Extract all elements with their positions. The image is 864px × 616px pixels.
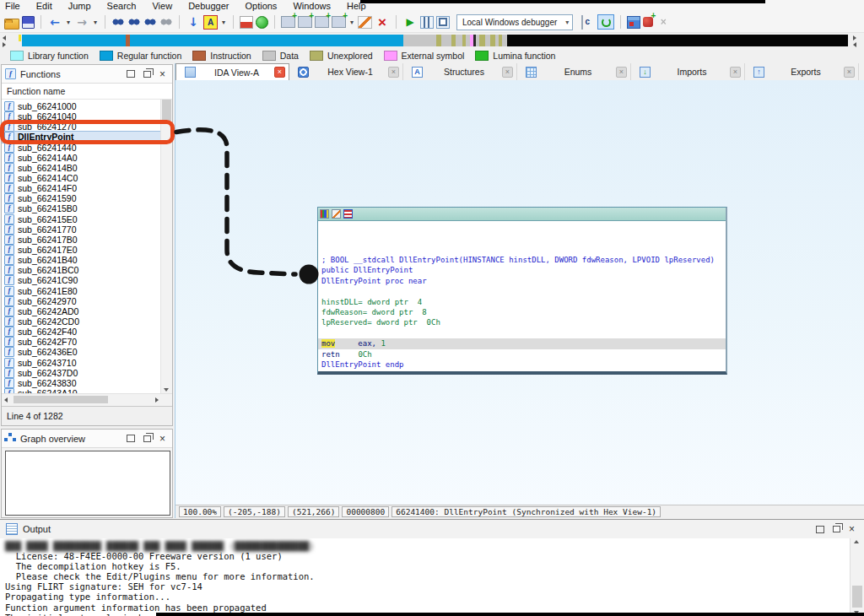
function-row-sub-662415e0[interactable]: fsub_662415E0 — [2, 214, 172, 224]
flag-red-icon[interactable] — [240, 16, 253, 29]
caret-icon[interactable] — [220, 15, 227, 30]
tab-enums[interactable]: Enums× — [517, 63, 631, 80]
tab-close-icon[interactable]: × — [502, 67, 513, 78]
function-row-sub-66241e80[interactable]: fsub_66241E80 — [2, 286, 172, 296]
graph-overview-canvas[interactable] — [5, 451, 170, 516]
menu-options[interactable]: Options — [245, 1, 277, 12]
breakpoint-add-icon[interactable] — [643, 17, 653, 27]
add-string-icon[interactable] — [332, 16, 346, 28]
debugger-select[interactable]: Local Windows debugger▾ — [456, 14, 573, 30]
code-line[interactable]: lpReserved= dword ptr 0Ch — [318, 317, 726, 327]
tab-exports[interactable]: Exports× — [745, 63, 859, 80]
until-c-icon[interactable] — [580, 15, 595, 30]
function-row-sub-66241770[interactable]: fsub_66241770 — [2, 224, 172, 235]
menu-windows[interactable]: Windows — [293, 1, 331, 12]
code-line[interactable]: retn 0Ch — [318, 349, 726, 359]
graph-overview-titlebar[interactable]: Graph overview × — [2, 430, 172, 448]
navband-arrow-right-icon[interactable] — [3, 42, 6, 47]
nav-back-icon[interactable] — [47, 15, 62, 30]
code-line[interactable]: DllEntryPoint proc near — [318, 276, 726, 286]
close-icon[interactable]: × — [849, 526, 855, 532]
function-row-sub-66242ad0[interactable]: fsub_66242AD0 — [2, 306, 172, 316]
node-color-icon[interactable] — [320, 209, 329, 219]
tab-close-icon[interactable]: × — [844, 67, 855, 78]
function-row-sub-66243710[interactable]: fsub_66243710 — [2, 358, 172, 368]
scroll-down-icon[interactable] — [164, 388, 169, 392]
scrollbar-thumb[interactable] — [162, 100, 171, 121]
maximize-icon[interactable] — [127, 435, 135, 442]
function-row-sub-66243830[interactable]: fsub_66243830 — [2, 378, 172, 388]
navband-arrow-left-icon[interactable] — [853, 42, 856, 47]
ida-view-canvas[interactable]: ; BOOL __stdcall DllEntryPoint(HINSTANCE… — [176, 80, 864, 505]
scroll-right-icon[interactable] — [155, 397, 159, 403]
start-process-icon[interactable] — [402, 15, 418, 30]
node-group-icon[interactable] — [343, 209, 353, 219]
tab-close-icon[interactable]: × — [388, 67, 399, 78]
functions-panel-titlebar[interactable]: f Functions × — [2, 65, 172, 84]
add-type-icon[interactable] — [315, 16, 329, 28]
functions-column-header[interactable]: Function name — [2, 84, 172, 100]
tab-structures[interactable]: Structures× — [403, 63, 517, 80]
scrollbar-thumb[interactable] — [14, 396, 108, 403]
pause-process-icon[interactable] — [420, 16, 434, 29]
navband-arrow-right-icon[interactable] — [853, 35, 856, 41]
maximize-icon[interactable] — [127, 70, 135, 78]
function-row-sub-66242f40[interactable]: fsub_66242F40 — [2, 327, 172, 337]
function-row-sub-66241270[interactable]: fsub_66241270 — [2, 122, 172, 132]
tab-close-icon[interactable]: × — [730, 67, 741, 78]
run-c-icon[interactable] — [597, 14, 614, 30]
code-line[interactable]: hinstDLL= dword ptr 4 — [318, 297, 726, 307]
output-scrollbar[interactable] — [850, 538, 864, 616]
function-row-sub-66242970[interactable]: fsub_66242970 — [2, 296, 172, 306]
functions-horizontal-scrollbar[interactable] — [2, 393, 172, 406]
function-row-sub-66241590[interactable]: fsub_66241590 — [2, 193, 172, 203]
function-row-sub-66241bc0[interactable]: fsub_66241BC0 — [2, 265, 172, 275]
functions-list[interactable]: fsub_66241000fsub_66241040fsub_66241270f… — [2, 100, 172, 393]
navigation-band[interactable] — [22, 35, 848, 46]
code-line[interactable]: public DllEntryPoint — [318, 265, 726, 275]
code-line[interactable] — [318, 328, 726, 338]
function-row-dllentrypoint[interactable]: fDllEntryPoint — [2, 132, 172, 142]
search-names-icon[interactable] — [111, 17, 125, 27]
debug-windows-icon[interactable] — [627, 16, 640, 29]
code-line[interactable]: ; BOOL __stdcall DllEntryPoint(HINSTANCE… — [318, 255, 726, 265]
close-icon[interactable]: × — [159, 71, 165, 78]
float-icon[interactable] — [143, 71, 151, 78]
function-row-sub-66242f70[interactable]: fsub_66242F70 — [2, 337, 172, 347]
search-text-icon[interactable] — [127, 17, 141, 27]
function-row-sub-662414b0[interactable]: fsub_662414B0 — [2, 163, 172, 173]
output-log[interactable]: ███ ████ █████████ ██████ ███ ████ █████… — [0, 538, 850, 616]
maximize-icon[interactable] — [816, 526, 824, 533]
close-icon[interactable]: × — [159, 435, 165, 442]
function-row-sub-662417b0[interactable]: fsub_662417B0 — [2, 235, 172, 245]
menu-view[interactable]: View — [152, 1, 172, 12]
disassembly-code[interactable]: ; BOOL __stdcall DllEntryPoint(HINSTANCE… — [318, 221, 726, 370]
disassembly-node-titlebar[interactable] — [318, 208, 726, 221]
navband-arrow-left-icon[interactable] — [3, 35, 6, 41]
scroll-left-icon[interactable] — [4, 397, 8, 403]
code-line[interactable]: DllEntryPoint endp — [318, 359, 726, 370]
text-A-icon[interactable] — [203, 15, 218, 30]
menu-search[interactable]: Search — [107, 1, 137, 12]
scroll-up-icon[interactable] — [854, 540, 859, 543]
disassembly-node[interactable]: ; BOOL __stdcall DllEntryPoint(HINSTANCE… — [317, 207, 727, 375]
float-icon[interactable] — [833, 526, 840, 532]
function-row-sub-662414f0[interactable]: fsub_662414F0 — [2, 183, 172, 193]
function-row-sub-662437d0[interactable]: fsub_662437D0 — [2, 368, 172, 378]
search-sequence-icon[interactable] — [143, 17, 157, 27]
function-row-sub-66241000[interactable]: fsub_66241000 — [2, 101, 172, 111]
search-again-icon[interactable] — [159, 17, 173, 27]
detach-icon[interactable] — [656, 15, 671, 30]
function-row-sub-662414c0[interactable]: fsub_662414C0 — [2, 173, 172, 183]
function-row-sub-66241440[interactable]: fsub_66241440 — [2, 143, 172, 153]
save-icon[interactable] — [22, 16, 35, 29]
tab-ida-view-a[interactable]: IDA View-A× — [176, 63, 289, 80]
tab-close-icon[interactable]: × — [274, 67, 285, 78]
scrollbar-thumb[interactable] — [852, 586, 862, 608]
create-function-icon[interactable] — [281, 16, 295, 28]
function-row-sub-662417e0[interactable]: fsub_662417E0 — [2, 245, 172, 255]
menu-file[interactable]: File — [5, 1, 20, 12]
function-row-sub-662436e0[interactable]: fsub_662436E0 — [2, 347, 172, 357]
jump-down-icon[interactable] — [186, 15, 201, 30]
caret-icon[interactable] — [65, 15, 72, 30]
